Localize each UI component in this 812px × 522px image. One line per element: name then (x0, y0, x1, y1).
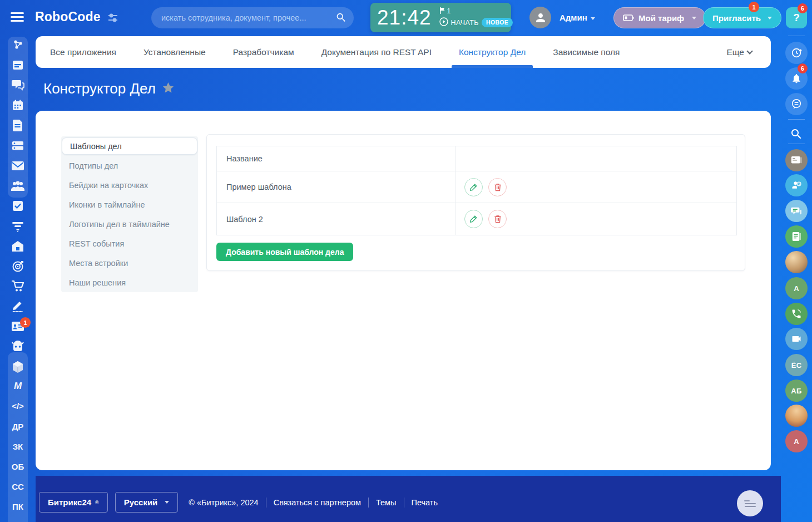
start-work-button[interactable]: НАЧАТЬ (451, 19, 479, 27)
divider (404, 498, 404, 508)
person-time-icon[interactable] (785, 174, 808, 196)
chat-avatar-a[interactable]: А (785, 277, 808, 299)
chat-avatar-a2[interactable]: А (785, 430, 808, 452)
left-rail: 1 М </> ДР ЗК ОБ СС ПК (0, 0, 36, 522)
content-card: Шаблоны дел Подтипы дел Бейджи на карточ… (36, 111, 771, 470)
divider (266, 498, 266, 508)
delete-button[interactable] (488, 178, 507, 196)
messenger-icon[interactable] (0, 77, 36, 93)
app-logo[interactable]: RoboCode (35, 9, 101, 24)
clock-time: 21:42 (377, 7, 432, 28)
menu-item-timeline-logos[interactable]: Логотипы дел в таймлайне (61, 214, 198, 234)
tab-deal-constructor[interactable]: Конструктор Дел (459, 36, 526, 68)
divider (368, 498, 369, 508)
documents-icon[interactable] (0, 117, 36, 133)
favorite-star-icon[interactable] (162, 82, 174, 96)
chevron-down-icon (768, 17, 772, 19)
tab-all-apps[interactable]: Все приложения (50, 36, 116, 68)
tab-developers[interactable]: Разработчикам (233, 36, 294, 68)
rail-search-icon[interactable] (785, 123, 808, 145)
tab-bar: Все приложения Установленные Разработчик… (36, 36, 771, 68)
tasks-icon[interactable] (0, 198, 36, 214)
contacts-panel-icon[interactable] (785, 149, 808, 171)
column-header-name: Название (217, 146, 455, 171)
phone-call-icon[interactable] (785, 303, 808, 325)
teams-icon[interactable] (0, 178, 36, 194)
tab-rest-api-docs[interactable]: Документация по REST API (321, 36, 432, 68)
user-menu[interactable]: Админ (560, 13, 595, 22)
sign-icon[interactable] (0, 298, 36, 314)
footer-menu-button[interactable] (737, 490, 763, 516)
contact-card-badge: 1 (20, 317, 31, 328)
rail-app-zk[interactable]: ЗК (0, 442, 36, 451)
help-badge: 6 (798, 3, 808, 13)
invite-button[interactable]: Пригласить (703, 7, 781, 28)
rail-app-pk[interactable]: ПК (0, 502, 36, 511)
menu-item-rest-events[interactable]: REST события (61, 234, 198, 253)
chat-avatar-ec[interactable]: ЁС (785, 354, 808, 376)
user-avatar[interactable] (529, 7, 551, 28)
search-icon[interactable] (335, 12, 347, 26)
tab-more[interactable]: Еще (726, 36, 752, 68)
chat-settings-icon[interactable] (785, 93, 808, 115)
box-app-icon[interactable] (0, 359, 36, 375)
flag-icon (439, 7, 445, 16)
battery-icon (623, 13, 634, 23)
menu-item-subtypes[interactable]: Подтипы дел (61, 156, 198, 175)
menu-item-timeline-icons[interactable]: Иконки в таймлайне (61, 195, 198, 214)
edit-button[interactable] (464, 210, 483, 228)
my-tariff-button[interactable]: Мой тариф (613, 7, 706, 28)
menu-item-badges[interactable]: Бейджи на карточках (61, 175, 198, 195)
top-bar: RoboCode 21:42 1 (0, 0, 781, 36)
divider (788, 36, 805, 36)
menu-item-templates[interactable]: Шаблоны дел (62, 137, 197, 155)
themes-link[interactable]: Темы (376, 498, 397, 507)
template-name: Шаблон 2 (217, 203, 455, 235)
language-select[interactable]: Русский (115, 492, 179, 513)
bitrix24-brand-button[interactable]: Битрикс24® (39, 492, 108, 513)
market-icon[interactable] (0, 238, 36, 254)
tab-installed[interactable]: Установленные (143, 36, 206, 68)
chevron-down-icon (591, 17, 595, 20)
menu-item-our-solutions[interactable]: Наши решения (61, 273, 198, 292)
print-link[interactable]: Печать (412, 498, 438, 507)
notifications-badge: 6 (798, 63, 808, 73)
tab-dependent-fields[interactable]: Зависимые поля (553, 36, 620, 68)
market-m-icon[interactable]: М (0, 381, 36, 392)
work-time-widget[interactable]: 21:42 1 НАЧАТЬ НОВОЕ (370, 3, 511, 32)
crm-funnel-icon[interactable] (0, 219, 36, 234)
ai-robot-icon[interactable] (0, 338, 36, 354)
search-input[interactable] (151, 7, 354, 28)
templates-panel: Название Пример шаблона Шабло (206, 134, 745, 271)
code-icon[interactable]: </> (0, 401, 36, 411)
chevron-down-icon (165, 501, 169, 504)
calendar-icon[interactable] (0, 97, 36, 113)
updates-history-icon[interactable] (785, 42, 808, 64)
goals-target-icon[interactable] (0, 258, 36, 274)
menu-item-placements[interactable]: Места встройки (61, 253, 198, 273)
play-icon[interactable] (439, 17, 448, 28)
rail-group-bottom (8, 352, 28, 522)
mail-icon[interactable] (0, 158, 36, 174)
video-call-icon[interactable] (785, 328, 808, 350)
drive-icon[interactable] (0, 137, 36, 153)
edit-button[interactable] (464, 178, 483, 196)
delete-button[interactable] (488, 210, 507, 228)
rail-app-ob[interactable]: ОБ (0, 462, 36, 471)
settings-sliders-icon[interactable] (108, 13, 118, 24)
shop-cart-icon[interactable] (0, 278, 36, 294)
chat-avatar-ab[interactable]: АБ (785, 380, 808, 402)
group-avatar[interactable] (785, 251, 808, 273)
rail-app-dr[interactable]: ДР (0, 422, 36, 431)
workspace-icon[interactable] (0, 57, 36, 73)
add-template-button[interactable]: Добавить новый шаблон дела (216, 243, 353, 261)
partner-link[interactable]: Связаться с партнером (274, 498, 361, 507)
live-feed-icon[interactable] (0, 37, 36, 52)
rail-app-ss[interactable]: СС (0, 482, 36, 491)
constructor-side-menu: Шаблоны дел Подтипы дел Бейджи на карточ… (61, 136, 198, 292)
group-chat-icon[interactable] (785, 200, 808, 222)
notes-icon[interactable] (785, 225, 808, 248)
user-photo-avatar[interactable] (785, 405, 808, 427)
app-root: RoboCode 21:42 1 (0, 0, 812, 522)
flag-count: 1 (447, 7, 451, 15)
